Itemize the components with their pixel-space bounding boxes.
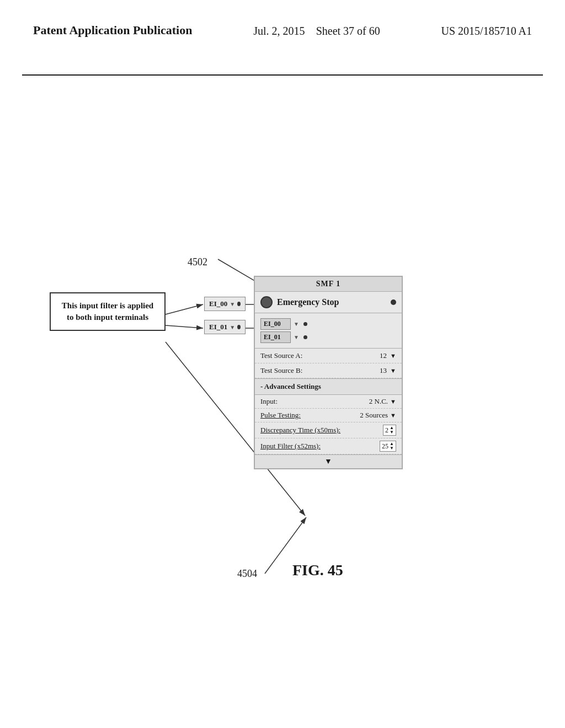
pulse-testing-value: 2 Sources [360,411,388,420]
ei-00-dropdown[interactable]: ▼ [230,301,235,307]
smf-test-sources: Test Source A: 12 ▼ Test Source B: 13 ▼ [255,349,402,379]
emergency-stop-label: Emergency Stop [277,297,386,307]
emergency-stop-dot [391,299,396,305]
smf-header: SMF 1 [255,277,402,292]
input-filter-value: 25 [382,442,388,451]
annotation-box: This input filter is applied to both inp… [50,292,166,331]
test-source-a-label: Test Source A: [260,351,380,360]
smf-panel: SMF 1 Emergency Stop EI_00 ▼ EI_01 ▼ Te [254,276,403,469]
input-dropdown[interactable]: ▼ [390,398,396,405]
smf-input-row-ei00: EI_00 ▼ [260,318,396,330]
pulse-testing-row: Pulse Testing: 2 Sources ▼ [255,409,402,422]
emergency-stop-icon [260,296,273,308]
smf-input-row-ei01: EI_01 ▼ [260,331,396,343]
input-label: Input: [260,397,369,406]
patent-number: US 2015/185710 A1 [441,22,532,40]
emergency-stop-row: Emergency Stop [255,292,402,313]
ei-01-dropdown[interactable]: ▼ [230,324,235,330]
ei-00-connector [237,302,241,306]
svg-line-3 [166,325,203,328]
test-source-b-value: 13 [380,366,387,375]
test-source-a-row: Test Source A: 12 ▼ [255,349,402,363]
ei-01-connector [237,325,241,329]
advanced-settings-header: - Advanced Settings [255,379,402,395]
input-filter-spinner[interactable]: 25 ▲▼ [380,441,396,452]
publication-title: Patent Application Publication [33,22,192,39]
discrepancy-label: Discrepancy Time (x50ms): [260,426,383,435]
discrepancy-spinner-arrows[interactable]: ▲▼ [390,426,394,435]
test-source-b-row: Test Source B: 13 ▼ [255,363,402,378]
test-source-a-value: 12 [380,351,387,360]
svg-line-2 [166,304,203,314]
smf-ei00-dropdown[interactable]: ▼ [294,321,299,327]
discrepancy-spinner[interactable]: 2 ▲▼ [383,425,396,436]
ei-01-box: EI_01 ▼ [204,320,246,334]
pulse-testing-dropdown[interactable]: ▼ [390,412,396,419]
diagram-area: 4502 This input filter is applied to bot… [0,88,565,728]
page-header: Patent Application Publication Jul. 2, 2… [0,22,565,40]
test-source-b-label: Test Source B: [260,366,380,375]
smf-ei01-dot [303,335,307,339]
input-filter-spinner-arrows[interactable]: ▲▼ [390,442,394,451]
smf-ei00-label: EI_00 [260,318,291,330]
test-source-b-dropdown[interactable]: ▼ [390,367,396,374]
smf-input-area: EI_00 ▼ EI_01 ▼ [255,313,402,349]
label-4502: 4502 [188,256,207,268]
smf-ei01-label: EI_01 [260,331,291,343]
discrepancy-value: 2 [385,426,388,435]
input-filter-row: Input Filter (x52ms): 25 ▲▼ [255,438,402,454]
smf-expand-button[interactable]: ▼ [255,454,402,468]
pulse-testing-label: Pulse Testing: [260,411,360,420]
header-date-sheet: Jul. 2, 2015 Sheet 37 of 60 [253,22,380,40]
ei-00-box: EI_00 ▼ [204,297,246,311]
input-filter-label: Input Filter (x52ms): [260,442,380,451]
input-value: 2 N.C. [369,397,388,406]
test-source-a-dropdown[interactable]: ▼ [390,352,396,359]
smf-ei01-dropdown[interactable]: ▼ [294,334,299,340]
fig-label: FIG. 45 [292,561,343,579]
smf-ei00-dot [303,322,307,326]
discrepancy-row: Discrepancy Time (x50ms): 2 ▲▼ [255,422,402,438]
label-4504: 4504 [237,568,257,580]
input-row: Input: 2 N.C. ▼ [255,395,402,409]
header-divider [22,74,543,76]
